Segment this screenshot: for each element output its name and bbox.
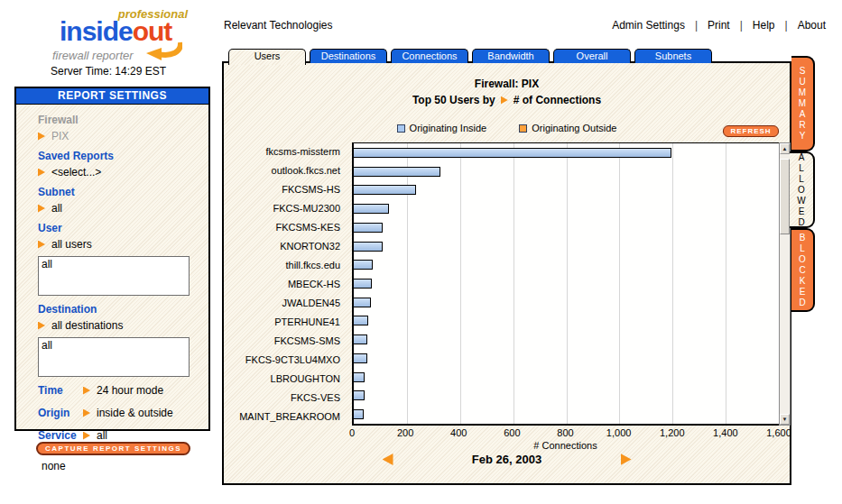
top-link-admin-settings[interactable]: Admin Settings (612, 19, 685, 32)
bar-row-jwalden45 (354, 293, 779, 312)
sidebar-value-destination[interactable]: all destinations (38, 319, 203, 332)
top-links: Admin Settings|Print|Help|About (612, 19, 826, 32)
bar-fkcsms-missterm[interactable] (354, 148, 671, 158)
bar-outlook-fkcs-net[interactable] (354, 167, 440, 177)
next-date-button[interactable] (621, 454, 632, 465)
bar-jwalden45[interactable] (354, 298, 371, 307)
side-tab-letter: B (800, 233, 806, 243)
y-label-lbroughton: LBROUGHTON (224, 369, 347, 388)
x-tick-0: 0 (349, 427, 355, 438)
legend-item-originating-outside: Originating Outside (519, 123, 616, 133)
server-time: Server Time: 14:29 EST (51, 65, 166, 78)
bar-pterhune41[interactable] (354, 316, 368, 325)
side-tab-letter: L (799, 163, 804, 174)
y-label-fkcsms-kes: FKCSMS-KES (224, 218, 347, 237)
bar-row-fkcsms-missterm (354, 143, 779, 162)
destination-filter-textarea[interactable] (38, 337, 190, 377)
chart-plot-area (352, 142, 779, 426)
bar-row-thill-fkcs-edu (354, 255, 779, 274)
y-label-fkcs-ves: FKCS-VES (224, 388, 347, 407)
bar-thill-fkcs-edu[interactable] (354, 260, 373, 270)
side-tab-summary[interactable]: SUMMARY (791, 56, 815, 151)
triangle-bullet-icon (83, 409, 90, 417)
date-navigation: Feb 26, 2003 (224, 453, 790, 466)
side-tab-allowed[interactable]: ALLOWED (790, 151, 815, 228)
bar-row-knorton32 (354, 237, 779, 256)
side-tab-letter: W (797, 196, 805, 206)
scrollbar-up-button[interactable]: ▲ (780, 143, 790, 154)
side-tab-letter: A (800, 109, 806, 120)
tab-connections[interactable]: Connections (391, 49, 468, 63)
sidebar-value-origin[interactable]: inside & outside (83, 407, 173, 419)
triangle-bullet-icon (38, 205, 45, 213)
scrollbar-down-button[interactable]: ▼ (780, 414, 790, 425)
x-tick-1-000: 1,000 (606, 427, 632, 438)
tab-destinations[interactable]: Destinations (310, 49, 387, 63)
side-tab-letter: A (799, 152, 805, 163)
capture-report-settings-button[interactable]: CAPTURE REPORT SETTINGS (36, 442, 190, 455)
sidebar-value-text: <select...> (51, 166, 101, 179)
x-tick-400: 400 (450, 427, 467, 438)
side-tab-letter: E (800, 287, 806, 298)
side-tab-blocked[interactable]: BLOCKED (791, 228, 815, 312)
bar-fkcsms-sms[interactable] (354, 334, 367, 344)
chart-x-axis-label: # Connections (352, 440, 779, 451)
sidebar-value-subnet[interactable]: all (38, 202, 203, 215)
chart-bars (354, 143, 779, 424)
sidebar-section-origin: Origininside & outside (38, 407, 203, 419)
x-tick-800: 800 (557, 427, 573, 438)
top-link-about[interactable]: About (798, 19, 826, 32)
legend-swatch-icon (397, 124, 405, 133)
link-separator: | (740, 19, 743, 32)
bar-maint-breakroom[interactable] (354, 409, 364, 419)
bar-fkcs-mu2300[interactable] (354, 204, 389, 214)
sidebar-value-saved-reports[interactable]: <select...> (38, 166, 203, 179)
sidebar-value-time[interactable]: 24 hour mode (83, 384, 163, 397)
sidebar-value-text: all users (51, 238, 92, 251)
user-filter-textarea[interactable] (38, 256, 190, 296)
link-separator: | (695, 19, 698, 32)
sidebar-label-service: Service (38, 429, 83, 442)
tab-bandwidth[interactable]: Bandwidth (472, 49, 550, 63)
sidebar-value-firewall: PIX (38, 130, 203, 142)
triangle-bullet-icon (38, 133, 45, 141)
report-tabs: UsersDestinationsConnectionsBandwidthOve… (228, 49, 712, 65)
legend-label: Originating Outside (532, 123, 616, 133)
sidebar-value-service[interactable]: all (83, 429, 107, 442)
bar-row-maint-breakroom (354, 405, 779, 424)
previous-date-button[interactable] (383, 454, 393, 465)
legend-swatch-icon (519, 124, 527, 133)
top-link-print[interactable]: Print (708, 19, 730, 32)
site-label: Relevant Technologies (224, 19, 333, 32)
y-label-fkcsms-missterm: fkcsms-missterm (224, 142, 347, 161)
top-link-help[interactable]: Help (753, 19, 775, 32)
x-tick-1-400: 1,400 (713, 427, 738, 438)
bar-mbeck-hs[interactable] (354, 279, 372, 289)
sidebar-value-user[interactable]: all users (38, 238, 203, 251)
sidebar-value-text: all destinations (51, 319, 123, 332)
bar-fkcs-9ct3lu4mxo[interactable] (354, 353, 367, 363)
scrollbar-thumb[interactable] (780, 159, 790, 234)
side-tab-letter: M (799, 87, 806, 98)
tab-subnets[interactable]: Subnets (634, 49, 712, 63)
bar-fkcsms-hs[interactable] (354, 185, 416, 195)
triangle-bullet-icon (83, 432, 90, 440)
bar-fkcs-ves[interactable] (354, 390, 365, 400)
y-label-fkcsms-hs: FKCSMS-HS (224, 180, 347, 199)
bar-knorton32[interactable] (354, 242, 383, 252)
side-tab-letter: K (800, 276, 806, 287)
subtitle-selector-triangle-icon[interactable] (501, 96, 508, 105)
y-label-knorton32: KNORTON32 (224, 237, 347, 256)
y-label-fkcs-9ct3lu4mxo: FKCS-9CT3LU4MXO (224, 350, 347, 369)
sidebar-label-time: Time (38, 384, 83, 397)
refresh-button[interactable]: REFRESH (723, 125, 779, 137)
report-panel: Firewall: PIX Top 50 Users by # of Conne… (222, 61, 791, 485)
tab-overall[interactable]: Overall (553, 49, 631, 63)
bar-fkcsms-kes[interactable] (354, 223, 383, 233)
side-tab-letter: C (799, 265, 805, 276)
bar-row-fkcsms-kes (354, 218, 779, 237)
bar-lbroughton[interactable] (354, 372, 365, 382)
x-tick-600: 600 (504, 427, 520, 438)
tab-users[interactable]: Users (228, 49, 306, 65)
report-settings-content: FirewallPIXSaved Reports<select...>Subne… (16, 105, 208, 442)
